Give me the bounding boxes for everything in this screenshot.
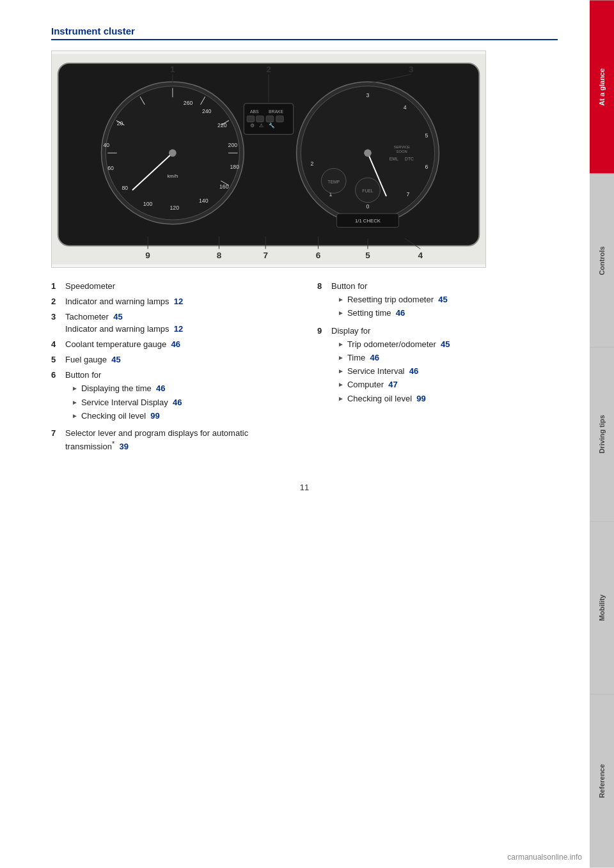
svg-rect-33	[266, 116, 274, 122]
svg-text:TEMP: TEMP	[327, 180, 340, 184]
item-9-subitems: ► Trip odometer/odometer 45 ► Time 46 ► …	[331, 339, 558, 405]
svg-text:🔧: 🔧	[269, 122, 275, 128]
svg-text:6: 6	[316, 251, 321, 260]
item-5-num: 5	[51, 354, 65, 366]
item-9-sub-3: ► Service Interval 46	[331, 366, 558, 377]
svg-text:SOON: SOON	[397, 150, 407, 153]
svg-text:2: 2	[310, 160, 313, 167]
item-6-sub-2: ► Service Interval Display 46	[65, 397, 292, 408]
item-9-text: Display for ► Trip odometer/odometer 45 …	[331, 325, 558, 407]
svg-text:3: 3	[366, 92, 370, 98]
svg-text:80: 80	[122, 185, 128, 191]
svg-text:FUEL: FUEL	[362, 189, 374, 193]
arrow-icon-3: ►	[72, 412, 78, 421]
item-7-text: Selector lever and program displays for …	[65, 428, 292, 453]
left-column: 1 Speedometer 2 Indicator and warning la…	[51, 281, 292, 457]
svg-text:EML: EML	[390, 157, 398, 161]
svg-text:6: 6	[425, 164, 429, 170]
svg-text:160: 160	[219, 183, 229, 190]
svg-text:4: 4	[404, 105, 407, 111]
item-6: 6 Button for ► Displaying the time 46 ► …	[51, 369, 292, 424]
item-5: 5 Fuel gauge 45	[51, 354, 292, 366]
sidebar: At a glance Controls Driving tips Mobili…	[590, 0, 614, 868]
item-2-num: 2	[51, 296, 65, 307]
svg-text:40: 40	[103, 142, 109, 148]
item-6-sub-1: ► Displaying the time 46	[65, 383, 292, 394]
svg-text:240: 240	[202, 108, 212, 114]
item-1: 1 Speedometer	[51, 281, 292, 292]
site-logo: carmanualsonline.info	[507, 853, 582, 862]
svg-text:5: 5	[425, 132, 429, 139]
arrow-icon-10: ►	[338, 394, 344, 403]
item-9: 9 Display for ► Trip odometer/odometer 4…	[317, 325, 558, 407]
svg-text:2: 2	[266, 65, 271, 74]
svg-text:SERVICE: SERVICE	[394, 145, 410, 149]
sidebar-tab-reference[interactable]: Reference	[590, 694, 614, 868]
arrow-icon-2: ►	[72, 398, 78, 407]
arrow-icon-1: ►	[72, 384, 78, 393]
item-8-subitems: ► Resetting trip odometer 45 ► Setting t…	[331, 294, 558, 319]
svg-text:3: 3	[409, 65, 414, 74]
svg-text:BRAKE: BRAKE	[269, 109, 283, 114]
svg-text:9: 9	[145, 251, 150, 260]
page-number: 11	[51, 483, 558, 492]
sidebar-tab-mobility[interactable]: Mobility	[590, 521, 614, 695]
main-content: Instrument cluster 20	[0, 0, 590, 518]
svg-text:⚠: ⚠	[259, 123, 264, 128]
svg-text:1/1  CHECK: 1/1 CHECK	[355, 218, 381, 224]
item-2-text: Indicator and warning lamps 12	[65, 296, 292, 307]
arrow-icon-5: ►	[338, 309, 344, 318]
svg-rect-32	[256, 116, 264, 122]
item-8-sub-1: ► Resetting trip odometer 45	[331, 294, 558, 306]
svg-text:5: 5	[365, 251, 370, 260]
item-1-text: Speedometer	[65, 281, 292, 292]
arrow-icon-9: ►	[338, 380, 344, 389]
arrow-icon-4: ►	[338, 295, 344, 304]
svg-point-57	[364, 150, 372, 157]
svg-text:260: 260	[184, 100, 193, 106]
item-9-sub-5: ► Checking oil level 99	[331, 393, 558, 405]
item-5-text: Fuel gauge 45	[65, 354, 292, 366]
item-9-num: 9	[317, 325, 331, 337]
svg-text:7: 7	[263, 251, 268, 260]
description-columns: 1 Speedometer 2 Indicator and warning la…	[51, 281, 558, 457]
right-column: 8 Button for ► Resetting trip odometer 4…	[317, 281, 558, 457]
svg-text:DTC: DTC	[405, 157, 414, 161]
svg-text:100: 100	[143, 201, 153, 207]
svg-text:4: 4	[418, 251, 423, 260]
item-6-subitems: ► Displaying the time 46 ► Service Inter…	[65, 383, 292, 422]
svg-text:ABS: ABS	[250, 109, 259, 114]
cluster-diagram: 20 40 60 80 100 120 140 160 180 200 220 …	[51, 50, 486, 268]
svg-rect-34	[276, 116, 284, 122]
item-9-sub-1: ► Trip odometer/odometer 45	[331, 339, 558, 350]
svg-text:120: 120	[170, 205, 180, 211]
svg-text:8: 8	[217, 251, 222, 260]
svg-text:20: 20	[117, 120, 123, 127]
svg-point-26	[169, 150, 177, 157]
item-3-text: Tachometer 45 Indicator and warning lamp…	[65, 311, 292, 334]
svg-text:km/h: km/h	[167, 173, 178, 179]
section-title: Instrument cluster	[51, 26, 558, 40]
sidebar-tab-driving-tips[interactable]: Driving tips	[590, 347, 614, 521]
item-7: 7 Selector lever and program displays fo…	[51, 428, 292, 453]
item-8-num: 8	[317, 281, 331, 292]
sidebar-tab-at-a-glance[interactable]: At a glance	[590, 0, 614, 174]
svg-text:7: 7	[407, 191, 410, 198]
arrow-icon-6: ►	[338, 340, 344, 349]
item-4-num: 4	[51, 339, 65, 350]
svg-text:⚙: ⚙	[250, 123, 255, 128]
cluster-svg: 20 40 60 80 100 120 140 160 180 200 220 …	[52, 51, 485, 267]
item-1-num: 1	[51, 281, 65, 292]
item-9-sub-4: ► Computer 47	[331, 379, 558, 391]
arrow-icon-7: ►	[338, 353, 344, 362]
item-6-num: 6	[51, 369, 65, 381]
arrow-icon-8: ►	[338, 367, 344, 376]
svg-text:1: 1	[170, 65, 175, 74]
item-6-text: Button for ► Displaying the time 46 ► Se…	[65, 369, 292, 424]
item-6-sub-3: ► Checking oil level 99	[65, 410, 292, 422]
svg-text:0: 0	[366, 203, 370, 210]
sidebar-tab-controls[interactable]: Controls	[590, 174, 614, 348]
item-7-num: 7	[51, 428, 65, 439]
item-8-text: Button for ► Resetting trip odometer 45 …	[331, 281, 558, 322]
svg-text:60: 60	[107, 165, 114, 171]
